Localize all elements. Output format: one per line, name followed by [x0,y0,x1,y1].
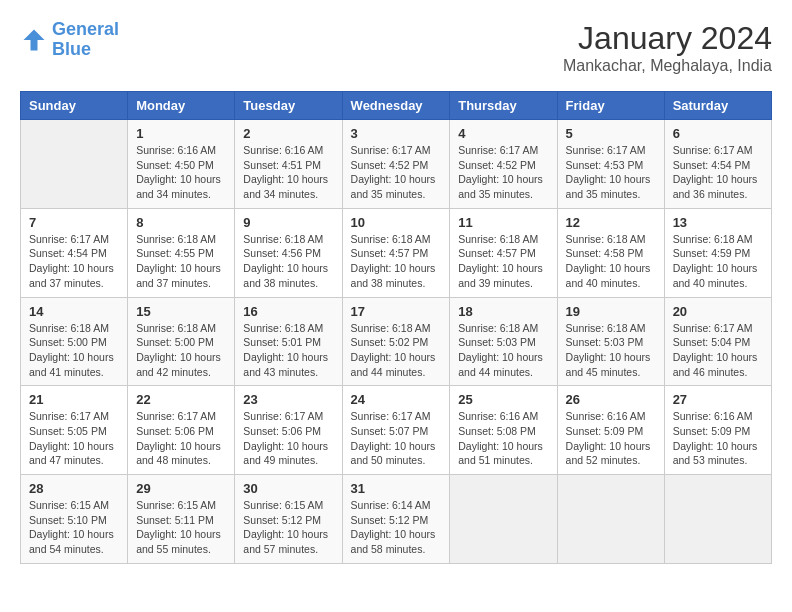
calendar-table: SundayMondayTuesdayWednesdayThursdayFrid… [20,91,772,564]
day-info: Sunrise: 6:18 AM Sunset: 5:00 PM Dayligh… [136,321,226,380]
calendar-cell: 4Sunrise: 6:17 AM Sunset: 4:52 PM Daylig… [450,120,557,209]
calendar-cell: 12Sunrise: 6:18 AM Sunset: 4:58 PM Dayli… [557,208,664,297]
calendar-cell: 2Sunrise: 6:16 AM Sunset: 4:51 PM Daylig… [235,120,342,209]
day-number: 24 [351,392,442,407]
day-header-monday: Monday [128,92,235,120]
day-number: 5 [566,126,656,141]
day-info: Sunrise: 6:15 AM Sunset: 5:12 PM Dayligh… [243,498,333,557]
calendar-cell [21,120,128,209]
week-row: 21Sunrise: 6:17 AM Sunset: 5:05 PM Dayli… [21,386,772,475]
day-number: 31 [351,481,442,496]
calendar-cell: 20Sunrise: 6:17 AM Sunset: 5:04 PM Dayli… [664,297,771,386]
calendar-cell: 22Sunrise: 6:17 AM Sunset: 5:06 PM Dayli… [128,386,235,475]
day-number: 18 [458,304,548,319]
day-info: Sunrise: 6:18 AM Sunset: 5:03 PM Dayligh… [566,321,656,380]
day-info: Sunrise: 6:17 AM Sunset: 4:54 PM Dayligh… [673,143,763,202]
day-number: 10 [351,215,442,230]
calendar-cell [557,475,664,564]
calendar-cell: 31Sunrise: 6:14 AM Sunset: 5:12 PM Dayli… [342,475,450,564]
day-number: 22 [136,392,226,407]
day-number: 14 [29,304,119,319]
calendar-cell: 6Sunrise: 6:17 AM Sunset: 4:54 PM Daylig… [664,120,771,209]
calendar-cell: 5Sunrise: 6:17 AM Sunset: 4:53 PM Daylig… [557,120,664,209]
day-number: 1 [136,126,226,141]
calendar-cell: 28Sunrise: 6:15 AM Sunset: 5:10 PM Dayli… [21,475,128,564]
day-info: Sunrise: 6:17 AM Sunset: 5:05 PM Dayligh… [29,409,119,468]
day-number: 2 [243,126,333,141]
day-info: Sunrise: 6:17 AM Sunset: 5:07 PM Dayligh… [351,409,442,468]
day-info: Sunrise: 6:18 AM Sunset: 4:55 PM Dayligh… [136,232,226,291]
day-info: Sunrise: 6:15 AM Sunset: 5:11 PM Dayligh… [136,498,226,557]
calendar-cell: 21Sunrise: 6:17 AM Sunset: 5:05 PM Dayli… [21,386,128,475]
calendar-cell: 17Sunrise: 6:18 AM Sunset: 5:02 PM Dayli… [342,297,450,386]
calendar-cell: 23Sunrise: 6:17 AM Sunset: 5:06 PM Dayli… [235,386,342,475]
calendar-cell: 30Sunrise: 6:15 AM Sunset: 5:12 PM Dayli… [235,475,342,564]
day-number: 13 [673,215,763,230]
calendar-cell: 9Sunrise: 6:18 AM Sunset: 4:56 PM Daylig… [235,208,342,297]
day-number: 9 [243,215,333,230]
day-number: 19 [566,304,656,319]
day-info: Sunrise: 6:14 AM Sunset: 5:12 PM Dayligh… [351,498,442,557]
day-info: Sunrise: 6:16 AM Sunset: 5:09 PM Dayligh… [673,409,763,468]
day-number: 25 [458,392,548,407]
day-info: Sunrise: 6:18 AM Sunset: 5:01 PM Dayligh… [243,321,333,380]
day-number: 21 [29,392,119,407]
day-number: 3 [351,126,442,141]
day-number: 6 [673,126,763,141]
title-section: January 2024 Mankachar, Meghalaya, India [563,20,772,75]
main-title: January 2024 [563,20,772,57]
day-header-sunday: Sunday [21,92,128,120]
day-info: Sunrise: 6:16 AM Sunset: 4:50 PM Dayligh… [136,143,226,202]
day-number: 8 [136,215,226,230]
calendar-cell: 25Sunrise: 6:16 AM Sunset: 5:08 PM Dayli… [450,386,557,475]
day-info: Sunrise: 6:18 AM Sunset: 5:00 PM Dayligh… [29,321,119,380]
day-number: 20 [673,304,763,319]
subtitle: Mankachar, Meghalaya, India [563,57,772,75]
day-number: 12 [566,215,656,230]
day-info: Sunrise: 6:16 AM Sunset: 5:08 PM Dayligh… [458,409,548,468]
calendar-cell: 24Sunrise: 6:17 AM Sunset: 5:07 PM Dayli… [342,386,450,475]
logo-icon [20,26,48,54]
day-number: 23 [243,392,333,407]
day-number: 7 [29,215,119,230]
calendar-cell: 11Sunrise: 6:18 AM Sunset: 4:57 PM Dayli… [450,208,557,297]
day-number: 29 [136,481,226,496]
calendar-cell: 14Sunrise: 6:18 AM Sunset: 5:00 PM Dayli… [21,297,128,386]
day-info: Sunrise: 6:15 AM Sunset: 5:10 PM Dayligh… [29,498,119,557]
calendar-cell: 1Sunrise: 6:16 AM Sunset: 4:50 PM Daylig… [128,120,235,209]
day-number: 26 [566,392,656,407]
calendar-cell: 18Sunrise: 6:18 AM Sunset: 5:03 PM Dayli… [450,297,557,386]
week-row: 28Sunrise: 6:15 AM Sunset: 5:10 PM Dayli… [21,475,772,564]
calendar-cell: 3Sunrise: 6:17 AM Sunset: 4:52 PM Daylig… [342,120,450,209]
calendar-cell: 16Sunrise: 6:18 AM Sunset: 5:01 PM Dayli… [235,297,342,386]
calendar-cell: 29Sunrise: 6:15 AM Sunset: 5:11 PM Dayli… [128,475,235,564]
day-number: 4 [458,126,548,141]
calendar-cell: 19Sunrise: 6:18 AM Sunset: 5:03 PM Dayli… [557,297,664,386]
day-number: 11 [458,215,548,230]
day-info: Sunrise: 6:17 AM Sunset: 5:06 PM Dayligh… [243,409,333,468]
calendar-body: 1Sunrise: 6:16 AM Sunset: 4:50 PM Daylig… [21,120,772,564]
day-number: 15 [136,304,226,319]
day-number: 28 [29,481,119,496]
day-header-thursday: Thursday [450,92,557,120]
week-row: 1Sunrise: 6:16 AM Sunset: 4:50 PM Daylig… [21,120,772,209]
day-info: Sunrise: 6:17 AM Sunset: 4:52 PM Dayligh… [458,143,548,202]
day-header-saturday: Saturday [664,92,771,120]
calendar-cell: 7Sunrise: 6:17 AM Sunset: 4:54 PM Daylig… [21,208,128,297]
day-header-wednesday: Wednesday [342,92,450,120]
logo-text: General Blue [52,20,119,60]
day-info: Sunrise: 6:17 AM Sunset: 4:52 PM Dayligh… [351,143,442,202]
calendar-cell [450,475,557,564]
day-header-friday: Friday [557,92,664,120]
day-info: Sunrise: 6:18 AM Sunset: 4:58 PM Dayligh… [566,232,656,291]
day-info: Sunrise: 6:18 AM Sunset: 5:02 PM Dayligh… [351,321,442,380]
day-info: Sunrise: 6:18 AM Sunset: 4:57 PM Dayligh… [458,232,548,291]
calendar-cell [664,475,771,564]
day-info: Sunrise: 6:17 AM Sunset: 5:04 PM Dayligh… [673,321,763,380]
day-info: Sunrise: 6:18 AM Sunset: 4:59 PM Dayligh… [673,232,763,291]
page-header: General Blue January 2024 Mankachar, Meg… [20,20,772,75]
day-info: Sunrise: 6:17 AM Sunset: 4:54 PM Dayligh… [29,232,119,291]
day-number: 17 [351,304,442,319]
calendar-cell: 15Sunrise: 6:18 AM Sunset: 5:00 PM Dayli… [128,297,235,386]
day-header-tuesday: Tuesday [235,92,342,120]
